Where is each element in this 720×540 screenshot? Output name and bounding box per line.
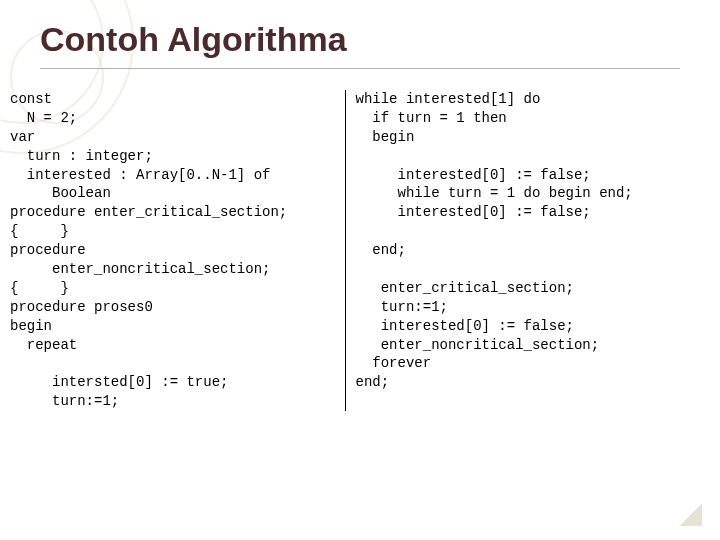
- code-right: while interested[1] do if turn = 1 then …: [346, 90, 710, 411]
- page-corner-fold: [680, 504, 702, 526]
- title-underline: [40, 68, 680, 69]
- code-columns: const N = 2; var turn : integer; interes…: [10, 90, 710, 411]
- code-left: const N = 2; var turn : integer; interes…: [10, 90, 345, 411]
- slide-title: Contoh Algorithma: [40, 20, 347, 59]
